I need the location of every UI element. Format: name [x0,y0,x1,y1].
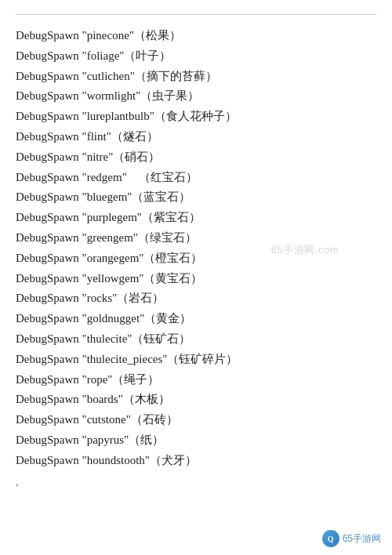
chinese-text: （叶子） [124,49,171,62]
list-item: DebugSpawn "yellowgem"（黄宝石） [16,269,376,289]
keyword-text: "yellowgem" [82,272,144,285]
chinese-text: （虫子果） [140,89,199,102]
chinese-text: （纸） [129,433,164,446]
keyword-text: "boards" [82,393,123,405]
chinese-text: （红宝石） [127,171,198,183]
command-text: DebugSpawn [16,130,82,143]
top-divider [16,14,376,15]
chinese-text: （钰矿石） [132,332,191,345]
keyword-text: "rope" [82,373,113,386]
keyword-text: "thulecite_pieces" [82,353,168,365]
list-item: DebugSpawn "rocks"（岩石） [16,288,376,309]
chinese-text: （摘下的苔藓） [135,70,217,82]
logo-container: Q 65手游网 [322,530,381,547]
list-item: DebugSpawn "bluegem"（蓝宝石） [16,187,376,208]
logo-text: 65手游网 [343,532,381,546]
chinese-text: （木板） [123,393,170,405]
chinese-text: （紫宝石） [142,211,201,223]
list-item: DebugSpawn "foliage"（叶子） [16,46,376,67]
chinese-text: （钰矿碎片） [167,353,238,365]
chinese-text: （绿宝石） [138,231,197,244]
command-text: DebugSpawn [16,151,82,163]
keyword-text: "bluegem" [82,190,132,203]
list-item: DebugSpawn "boards"（木板） [16,390,376,410]
keyword-text: "purplegem" [82,211,142,223]
keyword-text: "thulecite" [82,332,132,345]
list-item: DebugSpawn "houndstooth"（犬牙） [16,451,376,471]
list-item: DebugSpawn "lureplantbulb"（食人花种子） [16,107,376,127]
command-text: DebugSpawn [16,454,82,466]
chinese-text: （硝石） [113,151,160,163]
command-text: DebugSpawn [16,272,82,285]
command-text: DebugSpawn [16,433,82,446]
command-text: DebugSpawn [16,332,82,345]
chinese-text: （松果） [134,29,181,42]
page-container: DebugSpawn "pinecone"（松果）DebugSpawn "fol… [0,0,392,555]
keyword-text: "flint" [82,130,111,143]
command-text: DebugSpawn [16,110,82,122]
command-text: DebugSpawn [16,413,82,426]
chinese-text: （黄金） [144,312,191,325]
keyword-text: "papyrus" [82,433,129,446]
chinese-text: （橙宝石） [143,252,202,264]
command-text: DebugSpawn [16,70,82,82]
command-text: DebugSpawn [16,393,82,405]
keyword-text: "cutlichen" [82,70,135,82]
dot: . [16,476,376,489]
logo-icon-text: Q [328,535,334,543]
list-item: DebugSpawn "cutlichen"（摘下的苔藓） [16,67,376,87]
command-text: DebugSpawn [16,29,82,42]
list-item: DebugSpawn "wormlight"（虫子果） [16,86,376,107]
keyword-text: "pinecone" [82,29,134,42]
list-item: DebugSpawn "nitre"（硝石） [16,147,376,168]
list-item: DebugSpawn "goldnugget"（黄金） [16,309,376,329]
chinese-text: （食人花种子） [154,110,237,122]
chinese-text: （绳子） [112,373,159,386]
command-text: DebugSpawn [16,252,82,264]
list-item: DebugSpawn "thulecite_pieces"（钰矿碎片） [16,350,376,370]
keyword-text: "nitre" [82,151,114,163]
keyword-text: "lureplantbulb" [82,110,154,122]
command-text: DebugSpawn [16,353,82,365]
keyword-text: "goldnugget" [82,312,145,325]
keyword-text: "greengem" [82,231,138,244]
list-item: DebugSpawn "purplegem"（紫宝石） [16,208,376,228]
list-item: DebugSpawn "thulecite"（钰矿石） [16,329,376,350]
list-item: DebugSpawn "rope"（绳子） [16,370,376,390]
keyword-text: "wormlight" [82,89,141,102]
keyword-text: "redgem" [82,171,127,183]
keyword-text: "foliage" [82,49,125,62]
command-text: DebugSpawn [16,49,82,62]
list-item: DebugSpawn "redgem" （红宝石） [16,168,376,188]
command-text: DebugSpawn [16,292,82,304]
command-text: DebugSpawn [16,373,82,386]
keyword-text: "houndstooth" [82,454,150,466]
list-item: DebugSpawn "flint"（燧石） [16,127,376,147]
keyword-text: "rocks" [82,292,118,304]
command-text: DebugSpawn [16,171,82,183]
list-item: DebugSpawn "pinecone"（松果） [16,26,376,46]
chinese-text: （石砖） [131,413,178,426]
keyword-text: "orangegem" [82,252,144,264]
command-text: DebugSpawn [16,190,82,203]
logo-icon: Q [322,530,339,547]
list-item: DebugSpawn "papyrus"（纸） [16,430,376,451]
chinese-text: （蓝宝石） [132,190,191,203]
chinese-text: （燧石） [111,130,158,143]
command-text: DebugSpawn [16,231,82,244]
chinese-text: （黄宝石） [143,272,202,285]
list-item: DebugSpawn "orangegem"（橙宝石） [16,248,376,269]
keyword-text: "cutstone" [82,413,131,426]
chinese-text: （犬牙） [150,454,197,466]
command-text: DebugSpawn [16,211,82,223]
chinese-text: （岩石） [117,292,164,304]
item-list: DebugSpawn "pinecone"（松果）DebugSpawn "fol… [16,26,376,471]
list-item: DebugSpawn "cutstone"（石砖） [16,410,376,430]
command-text: DebugSpawn [16,312,82,325]
command-text: DebugSpawn [16,89,82,102]
list-item: DebugSpawn "greengem"（绿宝石） [16,228,376,248]
